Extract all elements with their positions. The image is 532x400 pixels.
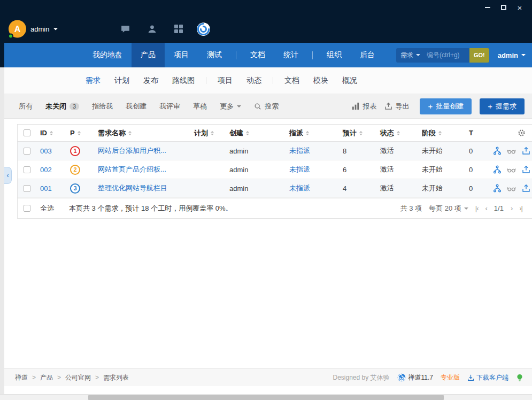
story-id-link[interactable]: 001 — [40, 184, 52, 193]
story-id-link[interactable]: 003 — [40, 147, 52, 155]
sort-icon[interactable] — [246, 131, 249, 135]
row-checkbox[interactable] — [24, 148, 30, 155]
nav-my-dashboard[interactable]: 我的地盘 — [83, 43, 132, 67]
subdivide-icon[interactable] — [492, 165, 502, 174]
plus-icon: + — [488, 102, 492, 110]
contacts-icon[interactable] — [145, 22, 158, 35]
nav-org[interactable]: 组织 — [318, 43, 351, 67]
subnav-roadmap[interactable]: 路线图 — [165, 76, 202, 86]
close-button[interactable]: × — [512, 2, 528, 13]
search-toggle[interactable]: 搜索 — [248, 102, 285, 111]
select-all-checkbox[interactable] — [24, 129, 30, 136]
assigned-link[interactable]: 未指派 — [289, 146, 310, 156]
first-page-button[interactable]: |‹ — [475, 204, 479, 212]
filter-all[interactable]: 所有 — [17, 102, 39, 111]
minimize-button[interactable] — [480, 2, 496, 13]
version-info[interactable]: 禅道11.7 — [397, 373, 433, 382]
create-story-button[interactable]: + 提需求 — [480, 98, 525, 114]
row-checkbox[interactable] — [24, 185, 30, 192]
breadcrumb-product-name[interactable]: 公司官网 — [65, 373, 91, 382]
nav-test[interactable]: 测试 — [198, 43, 231, 67]
select-all-checkbox-footer[interactable] — [24, 205, 30, 212]
sort-icon[interactable] — [211, 131, 214, 135]
sort-icon[interactable] — [78, 131, 81, 135]
last-page-button[interactable]: ›| — [519, 204, 522, 212]
story-title-link[interactable]: 整理优化网站导航栏目 — [98, 183, 167, 193]
subnav-doc[interactable]: 文档 — [277, 76, 306, 86]
sort-icon[interactable] — [50, 131, 53, 135]
breadcrumb-home[interactable]: 禅道 — [15, 373, 28, 382]
filter-unclosed[interactable]: 未关闭 3 — [39, 102, 86, 111]
review-glasses-icon[interactable] — [507, 165, 516, 174]
search-type-select[interactable]: 需求 — [396, 48, 425, 63]
task-count-cell: 0 — [469, 147, 473, 155]
breadcrumb-story-list[interactable]: 需求列表 — [103, 373, 129, 382]
nav-doc[interactable]: 文档 — [241, 43, 274, 67]
feedback-bulb-icon[interactable] — [516, 374, 523, 382]
report-button[interactable]: 报表 — [352, 102, 376, 111]
review-glasses-icon[interactable] — [507, 147, 516, 156]
sort-icon[interactable] — [306, 131, 309, 135]
horizontal-scrollbar[interactable] — [0, 394, 532, 400]
change-icon[interactable] — [521, 184, 530, 193]
zentao-logo-icon[interactable] — [196, 21, 211, 36]
app-window: × A admin 我的地盘 产品 项目 测试 — [0, 0, 532, 400]
sort-icon[interactable] — [438, 131, 442, 135]
assigned-link[interactable]: 未指派 — [289, 183, 310, 193]
subnav-divider — [206, 77, 206, 84]
column-settings-icon[interactable] — [518, 129, 526, 137]
messages-icon[interactable] — [119, 22, 132, 35]
global-search-input[interactable] — [425, 48, 469, 63]
row-checkbox[interactable] — [24, 166, 30, 173]
change-icon[interactable] — [521, 165, 530, 174]
subnav-plan[interactable]: 计划 — [107, 76, 136, 86]
stage-cell: 未开始 — [422, 183, 443, 193]
user-menu[interactable]: A admin — [9, 20, 58, 38]
sidebar-collapse-handle[interactable]: ‹ — [4, 167, 12, 184]
sort-icon[interactable] — [359, 131, 363, 135]
subnav-story[interactable]: 需求 — [79, 76, 107, 86]
filter-created-by-me[interactable]: 我创建 — [119, 102, 153, 111]
batch-create-button[interactable]: + 批量创建 — [420, 98, 472, 114]
breadcrumb-product[interactable]: 产品 — [40, 373, 53, 382]
next-page-button[interactable]: › — [511, 204, 512, 212]
download-label: 下载客户端 — [476, 373, 508, 382]
filter-assigned-to-me[interactable]: 指给我 — [86, 102, 119, 111]
search-go-button[interactable]: GO! — [469, 48, 489, 63]
horizontal-scrollbar-thumb[interactable] — [88, 395, 444, 400]
edition-link[interactable]: 专业版 — [441, 373, 460, 382]
nav-product[interactable]: 产品 — [132, 43, 165, 67]
nav-admin[interactable]: 后台 — [351, 43, 384, 67]
column-header-t: T — [469, 129, 473, 137]
maximize-button[interactable] — [496, 2, 512, 13]
subnav-overview[interactable]: 概况 — [335, 76, 364, 86]
subdivide-icon[interactable] — [492, 184, 502, 193]
avatar[interactable]: A — [9, 20, 26, 38]
story-title-link[interactable]: 网站首页产品介绍板... — [98, 165, 166, 174]
admin-dropdown[interactable]: admin — [498, 51, 526, 59]
assigned-link[interactable]: 未指派 — [289, 165, 310, 174]
export-button[interactable]: 导出 — [384, 102, 412, 111]
filter-more[interactable]: 更多 — [213, 102, 248, 111]
sort-icon[interactable] — [397, 131, 400, 135]
nav-stats[interactable]: 统计 — [274, 43, 307, 67]
subnav-release[interactable]: 发布 — [136, 76, 165, 86]
story-title-link[interactable]: 网站后台添加用户积... — [98, 146, 166, 156]
review-glasses-icon[interactable] — [507, 184, 516, 193]
subnav-project[interactable]: 项目 — [211, 76, 240, 86]
nav-project[interactable]: 项目 — [165, 43, 198, 67]
table-header-row: ID P 需求名称 计划 创建 指派 预计 状态 阶段 T — [18, 125, 532, 142]
prev-page-button[interactable]: ‹ — [485, 204, 487, 212]
subnav-dynamic[interactable]: 动态 — [240, 76, 268, 86]
sort-icon[interactable] — [128, 131, 132, 135]
subnav-module[interactable]: 模块 — [306, 76, 335, 86]
filter-draft[interactable]: 草稿 — [187, 102, 213, 111]
story-id-link[interactable]: 002 — [40, 166, 52, 174]
subdivide-icon[interactable] — [492, 147, 502, 156]
download-client-link[interactable]: 下载客户端 — [467, 373, 508, 382]
filter-reviewed-by-me[interactable]: 我评审 — [153, 102, 187, 111]
apps-grid-icon[interactable] — [172, 22, 185, 35]
select-all-label[interactable]: 全选 — [40, 204, 54, 213]
per-page-select[interactable]: 每页 20 项 — [429, 204, 468, 213]
change-icon[interactable] — [521, 147, 530, 156]
